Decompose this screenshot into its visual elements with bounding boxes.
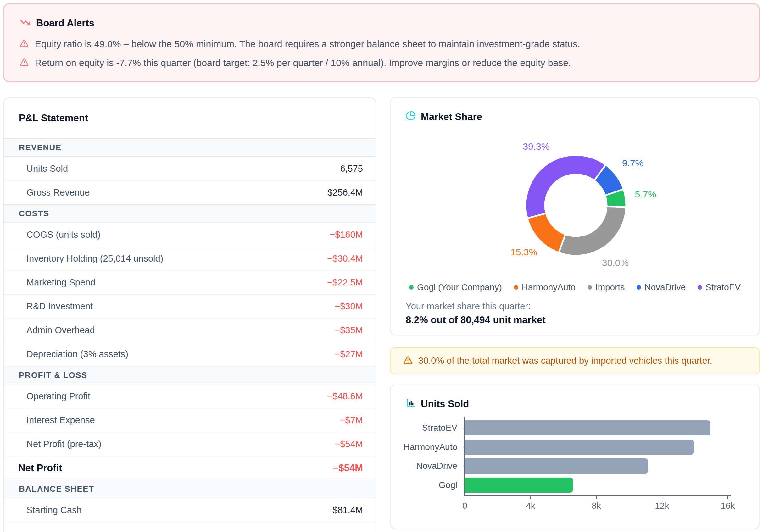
x-tick-label: 12k: [655, 501, 669, 511]
legend-item-gogl-your-company-[interactable]: Gogl (Your Company): [409, 282, 502, 292]
pnl-row-value: $256.4M: [327, 187, 363, 198]
x-tick-label: 16k: [720, 501, 735, 511]
donut-slice-imports[interactable]: [559, 206, 626, 256]
legend-label: HarmonyAuto: [522, 282, 576, 292]
board-alert-text: Return on equity is -7.7% this quarter (…: [35, 57, 571, 68]
pnl-row-value: −$22.5M: [327, 277, 363, 288]
dashboard-page: Board Alerts Equity ratio is 49.0% – bel…: [0, 0, 763, 532]
pnl-row-value: −$54M: [335, 439, 363, 449]
board-alerts-banner: Board Alerts Equity ratio is 49.0% – bel…: [3, 3, 760, 82]
pnl-row-label: COGS (units sold): [26, 230, 100, 240]
alert-triangle-icon: [20, 39, 29, 49]
pnl-row-value: −$54M: [333, 463, 363, 474]
pnl-row: Marketing Spend−$22.5M: [4, 270, 376, 294]
pnl-row: Depreciation (3% assets)−$27M: [4, 342, 376, 366]
pnl-row: Inventory Holding (25,014 unsold)−$30.4M: [4, 247, 376, 270]
units-sold-card: Units Sold StratoEVHarmonyAutoNovaDriveG…: [390, 384, 760, 529]
pnl-row: Starting Cash$81.4M: [4, 498, 376, 522]
pnl-clipped-row: [4, 522, 376, 532]
pnl-row-value: 6,575: [340, 163, 363, 174]
units-sold-title: Units Sold: [421, 398, 469, 410]
pnl-row: R&D Investment−$30M: [4, 294, 376, 318]
category-tick: [461, 447, 464, 447]
pnl-row-value: $81.4M: [332, 505, 363, 515]
board-alerts-list: Equity ratio is 49.0% – below the 50% mi…: [20, 39, 743, 68]
pnl-row-label: Operating Profit: [26, 391, 90, 401]
bar-novadrive[interactable]: [465, 459, 648, 474]
legend-item-harmonyauto[interactable]: HarmonyAuto: [514, 282, 576, 292]
pnl-row-label: Admin Overhead: [26, 325, 95, 336]
pnl-title: P&L Statement: [19, 113, 88, 124]
pnl-row: Interest Expense−$7M: [4, 408, 376, 432]
legend-item-stratoev[interactable]: StratoEV: [698, 282, 741, 292]
legend-label: StratoEV: [706, 282, 741, 292]
legend-dot: [514, 285, 518, 289]
pnl-rows: REVENUEUnits Sold6,575Gross Revenue$256.…: [4, 138, 376, 532]
x-axis-line: [464, 495, 731, 496]
donut-slice-label: 5.7%: [635, 189, 656, 199]
pnl-row-value: −$30.4M: [327, 254, 363, 264]
pnl-row-label: Units Sold: [26, 163, 68, 174]
pnl-row-value: −$48.6M: [327, 391, 363, 401]
legend-dot: [637, 285, 641, 289]
right-column: Market Share 39.3%9.7%5.7%30.0%15.3% Gog…: [390, 97, 760, 529]
pnl-row-value: −$160M: [330, 230, 363, 240]
pnl-card-header: P&L Statement: [4, 98, 376, 138]
category-tick: [461, 485, 464, 485]
legend-item-novadrive[interactable]: NovaDrive: [637, 282, 686, 292]
pnl-section-header: BALANCE SHEET: [4, 480, 376, 498]
board-alert-row: Equity ratio is 49.0% – below the 50% mi…: [20, 39, 743, 50]
bar-category-label: HarmonyAuto: [390, 442, 457, 452]
bar-gogl[interactable]: [465, 478, 573, 493]
pnl-row-label: Inventory Holding (25,014 unsold): [26, 254, 163, 264]
category-tick: [461, 466, 464, 466]
legend-label: Imports: [596, 282, 625, 292]
pnl-row-value: −$30M: [335, 301, 363, 312]
pnl-row-value: −$35M: [335, 325, 363, 336]
pnl-statement-card: P&L Statement REVENUEUnits Sold6,575Gros…: [3, 97, 376, 532]
legend-item-imports[interactable]: Imports: [588, 282, 625, 292]
pnl-row: Operating Profit−$48.6M: [4, 384, 376, 408]
import-warning-banner: 30.0% of the total market was captured b…: [390, 348, 760, 374]
bar-stratoev[interactable]: [465, 420, 710, 436]
pnl-row: Admin Overhead−$35M: [4, 318, 376, 342]
pnl-section-header: REVENUE: [4, 138, 376, 157]
pnl-total-row: Net Profit−$54M: [4, 456, 376, 480]
pnl-row-value: −$7M: [340, 415, 363, 425]
bar-harmonyauto[interactable]: [465, 440, 694, 455]
alert-triangle-icon: [20, 58, 29, 68]
board-alerts-header: Board Alerts: [20, 17, 743, 29]
legend-label: Gogl (Your Company): [417, 282, 502, 292]
market-share-note-value: 8.2% out of 80,494 unit market: [406, 314, 545, 326]
warning-triangle-icon: [403, 356, 413, 366]
pnl-row: Gross Revenue$256.4M: [4, 180, 376, 204]
market-share-title: Market Share: [421, 111, 482, 123]
pnl-row-label: Gross Revenue: [26, 187, 90, 198]
board-alert-text: Equity ratio is 49.0% – below the 50% mi…: [35, 39, 580, 50]
board-alerts-title: Board Alerts: [36, 18, 94, 29]
bar-category-label: Gogl: [390, 480, 457, 490]
donut-slice-label: 30.0%: [602, 258, 629, 268]
pnl-row-label: Depreciation (3% assets): [26, 349, 128, 360]
legend-dot: [698, 285, 702, 289]
pnl-row-label: Net Profit (pre-tax): [26, 439, 102, 449]
legend-dot: [588, 285, 592, 289]
x-tick-label: 8k: [592, 501, 601, 511]
donut-slice-label: 9.7%: [622, 158, 643, 168]
x-tick-mark: [596, 496, 597, 499]
units-sold-header: Units Sold: [406, 398, 469, 410]
pnl-row-label: Starting Cash: [26, 505, 82, 515]
x-tick-label: 0: [462, 501, 467, 511]
x-tick-mark: [530, 496, 531, 499]
category-tick: [461, 428, 464, 428]
board-alert-row: Return on equity is -7.7% this quarter (…: [20, 57, 743, 68]
market-share-legend: Gogl (Your Company)HarmonyAutoImportsNov…: [390, 282, 759, 292]
pnl-row: Net Profit (pre-tax)−$54M: [4, 432, 376, 456]
pnl-section-header: COSTS: [4, 204, 376, 223]
legend-dot: [409, 285, 414, 289]
x-tick-mark: [465, 496, 465, 499]
bar-category-label: NovaDrive: [390, 461, 457, 471]
market-share-donut-chart: 39.3%9.7%5.7%30.0%15.3%: [488, 128, 664, 279]
donut-slice-stratoev[interactable]: [525, 155, 606, 218]
x-tick-mark: [662, 496, 662, 499]
